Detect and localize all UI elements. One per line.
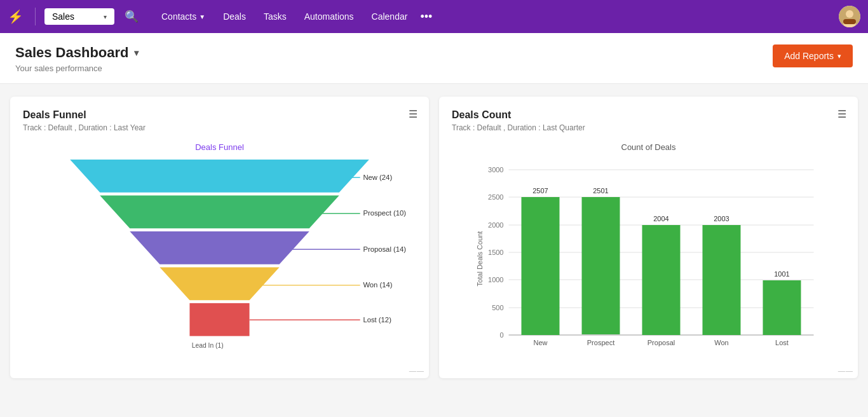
funnel-container: Deals Funnel New (24) Prospect (10) Prop… — [23, 142, 416, 366]
bar-card-subtitle: Track : Default , Duration : Last Quarte… — [452, 123, 845, 132]
funnel-label-won: Won (14) — [363, 281, 392, 289]
add-reports-arrow: ▾ — [837, 52, 841, 60]
funnel-menu-icon[interactable]: ☰ — [409, 108, 417, 120]
bar-label-lost: 1001 — [774, 270, 789, 278]
funnel-stage-prospect — [100, 195, 339, 228]
contacts-arrow: ▼ — [199, 13, 205, 20]
page-title-arrow[interactable]: ▾ — [134, 48, 139, 58]
deals-label: Deals — [223, 11, 246, 22]
deals-nav-item[interactable]: Deals — [215, 8, 254, 25]
bar-proposal — [642, 225, 681, 335]
bar-card-title: Deals Count — [452, 109, 845, 121]
funnel-label-proposal: Proposal (14) — [363, 245, 406, 253]
bar-label-proposal: 2004 — [653, 215, 668, 222]
more-nav-icon[interactable]: ••• — [420, 10, 432, 24]
tasks-nav-item[interactable]: Tasks — [256, 8, 294, 25]
funnel-card: Deals Funnel Track : Default , Duration … — [10, 97, 429, 378]
search-icon[interactable]: 🔍 — [125, 10, 139, 24]
funnel-label-new: New (24) — [363, 174, 392, 181]
y-tick-1000: 1000 — [488, 276, 503, 284]
page-title-text: Sales Dashboard — [15, 44, 129, 61]
funnel-label-prospect: Prospect (10) — [363, 209, 406, 217]
funnel-label-lost: Lost (12) — [363, 316, 391, 324]
svg-point-1 — [846, 10, 853, 18]
funnel-card-subtitle: Track : Default , Duration : Last Year — [23, 123, 416, 132]
funnel-stage-lost — [189, 303, 249, 336]
nav-divider — [35, 8, 36, 25]
bar-won — [703, 225, 741, 335]
sales-dropdown-arrow: ▾ — [104, 13, 107, 20]
bar-xlabel-won: Won — [714, 339, 728, 346]
funnel-chart-title: Deals Funnel — [195, 142, 244, 152]
y-axis-label: Total Deals Count — [476, 231, 484, 287]
funnel-stage-won — [159, 267, 279, 300]
main-content: Deals Funnel Track : Default , Duration … — [0, 84, 868, 391]
automations-nav-item[interactable]: Automations — [297, 8, 362, 25]
bar-label-prospect: 2501 — [593, 187, 608, 195]
y-tick-0: 0 — [499, 331, 503, 339]
y-tick-2000: 2000 — [488, 221, 503, 229]
bar-label-new: 2507 — [532, 187, 548, 195]
sales-dropdown-label: Sales — [52, 11, 74, 22]
nav-items-group: Contacts ▼ Deals Tasks Automations Calen… — [154, 8, 432, 25]
funnel-svg: New (24) Prospect (10) Proposal (14) Won… — [23, 160, 416, 363]
funnel-label-leadin: Lead In (1) — [192, 342, 224, 349]
bar-label-won: 2003 — [714, 215, 729, 222]
bar-prospect — [582, 197, 620, 334]
page-header: Sales Dashboard ▾ Your sales performance… — [0, 33, 868, 84]
calendar-label: Calendar — [372, 11, 408, 22]
add-reports-label: Add Reports — [784, 51, 834, 61]
y-tick-2500: 2500 — [488, 193, 503, 201]
bar-xlabel-new: New — [533, 339, 547, 346]
bar-chart-area: Total Deals Count 3000 2500 2000 1500 10… — [452, 157, 845, 363]
bar-scroll-hint: ⸻⸻ — [837, 367, 853, 376]
add-reports-button[interactable]: Add Reports ▾ — [773, 44, 853, 67]
page-title-group: Sales Dashboard ▾ Your sales performance — [15, 44, 139, 73]
contacts-label: Contacts — [161, 11, 196, 22]
y-tick-3000: 3000 — [488, 166, 503, 174]
funnel-stage-proposal — [130, 231, 309, 264]
bar-new — [522, 197, 560, 335]
automations-label: Automations — [304, 11, 354, 22]
page-subtitle: Your sales performance — [15, 64, 139, 73]
avatar[interactable] — [839, 6, 860, 27]
bar-chart-title: Count of Deals — [452, 142, 845, 152]
page-title: Sales Dashboard ▾ — [15, 44, 139, 61]
tasks-label: Tasks — [264, 11, 287, 22]
contacts-nav-item[interactable]: Contacts ▼ — [154, 8, 213, 25]
funnel-stage-new — [70, 160, 369, 193]
sales-dropdown[interactable]: Sales ▾ — [44, 8, 114, 25]
bar-xlabel-lost: Lost — [775, 339, 789, 346]
y-tick-1500: 1500 — [488, 249, 503, 256]
bar-xlabel-proposal: Proposal — [648, 339, 675, 346]
logo-icon: ⚡ — [8, 9, 24, 24]
bar-menu-icon[interactable]: ☰ — [837, 108, 846, 120]
calendar-nav-item[interactable]: Calendar — [364, 8, 416, 25]
bar-lost — [763, 280, 801, 335]
funnel-svg-wrapper: New (24) Prospect (10) Proposal (14) Won… — [23, 160, 416, 366]
y-tick-500: 500 — [492, 304, 503, 311]
funnel-scroll-hint: ⸻⸻ — [409, 367, 424, 376]
bar-card: Deals Count Track : Default , Duration :… — [439, 97, 858, 378]
bar-chart-svg: Total Deals Count 3000 2500 2000 1500 10… — [452, 157, 845, 360]
top-navigation: ⚡ Sales ▾ 🔍 Contacts ▼ Deals Tasks Autom… — [0, 0, 868, 33]
svg-rect-3 — [843, 19, 856, 24]
bar-xlabel-prospect: Prospect — [587, 339, 614, 346]
funnel-card-title: Deals Funnel — [23, 109, 416, 121]
